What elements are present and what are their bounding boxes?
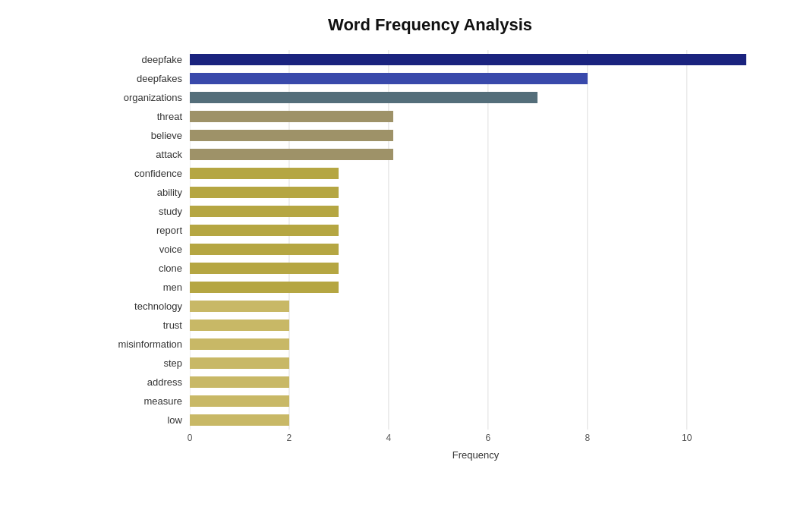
x-tick-label: 0 — [188, 433, 193, 443]
x-tick-label: 4 — [386, 433, 392, 443]
bar-row — [190, 392, 761, 411]
bar — [190, 244, 339, 255]
bar-label: men — [99, 278, 190, 297]
bar-label: confidence — [99, 164, 190, 183]
bar — [190, 149, 393, 160]
bar — [190, 187, 339, 198]
bar-row — [190, 202, 761, 221]
bar-label: ability — [99, 183, 190, 202]
bar — [190, 225, 339, 236]
bar-row — [190, 107, 761, 126]
bar-label: attack — [99, 145, 190, 164]
bar-label: study — [99, 202, 190, 221]
bar-label: technology — [99, 297, 190, 316]
x-tick-label: 10 — [682, 433, 692, 443]
bar-row — [190, 69, 761, 88]
bar-label: threat — [99, 107, 190, 126]
bar — [190, 338, 289, 350]
bar-row — [190, 88, 761, 107]
bar — [190, 92, 537, 103]
bar-row — [190, 354, 761, 373]
bar — [190, 263, 339, 274]
bar-label: voice — [99, 240, 190, 259]
bar — [190, 168, 339, 179]
bar — [190, 357, 289, 369]
bar-row — [190, 126, 761, 145]
bar — [190, 301, 289, 312]
x-axis-label: Frequency — [190, 449, 761, 461]
bar — [190, 130, 393, 141]
bar-label: step — [99, 354, 190, 373]
bar-row — [190, 183, 761, 202]
bar — [190, 54, 746, 65]
bar-label: misinformation — [99, 335, 190, 354]
bar-label: trust — [99, 316, 190, 335]
bar-label: believe — [99, 126, 190, 145]
bar-row — [190, 335, 761, 354]
x-tick-label: 8 — [585, 433, 590, 443]
bar-label: organizations — [99, 88, 190, 107]
bar-label: deepfake — [99, 50, 190, 69]
bar-label: clone — [99, 259, 190, 278]
bar — [190, 320, 289, 331]
bar-row — [190, 164, 761, 183]
bar-row — [190, 278, 761, 297]
bar-label: report — [99, 221, 190, 240]
bar — [190, 414, 289, 426]
bar-row — [190, 316, 761, 335]
bar — [190, 282, 339, 293]
bar — [190, 376, 289, 388]
bar-row — [190, 240, 761, 259]
bar-row — [190, 145, 761, 164]
bar-row — [190, 50, 761, 69]
bar-row — [190, 297, 761, 316]
bar — [190, 73, 588, 84]
bar-row — [190, 411, 761, 430]
x-tick-label: 2 — [287, 433, 292, 443]
bar — [190, 111, 393, 122]
bar-row — [190, 373, 761, 392]
bar-row — [190, 259, 761, 278]
bar-row — [190, 221, 761, 240]
chart-title: Word Frequency Analysis — [99, 15, 761, 35]
bar — [190, 395, 289, 407]
bar-label: address — [99, 373, 190, 392]
bar-label: low — [99, 411, 190, 430]
bar — [190, 206, 339, 217]
bar-label: measure — [99, 392, 190, 411]
bar-label: deepfakes — [99, 69, 190, 88]
chart-container: Word Frequency Analysis deepfakedeepfake… — [0, 0, 807, 532]
x-tick-label: 6 — [486, 433, 491, 443]
